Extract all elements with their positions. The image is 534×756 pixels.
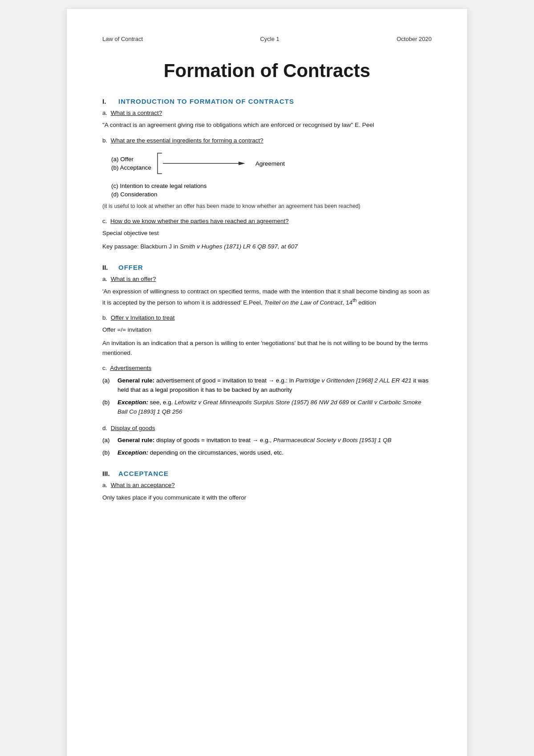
diagram-left-items: (a) Offer (b) Acceptance <box>111 155 151 172</box>
list-content-2db: Exception: depending on the circumstance… <box>117 448 432 458</box>
list-item-2d-b: (b) Exception: depending on the circumst… <box>102 448 432 458</box>
body-text-1c-1: Special objective test <box>102 228 432 238</box>
exception-label-2cb: Exception: <box>117 399 148 406</box>
diagram-item-intention: (c) Intention to create legal relations <box>111 182 432 190</box>
section-title-3: ACCEPTANCE <box>118 470 169 477</box>
section-num-3: III. <box>102 470 111 477</box>
list-content-2cb: Exception: see, e.g. Lefowitz v Great Mi… <box>117 398 432 417</box>
header-center: Cycle 1 <box>260 36 279 42</box>
list-marker-2db: (b) <box>102 448 115 458</box>
sub-item-3a: a. What is an acceptance? <box>102 481 432 490</box>
section-title-1: INTRODUCTION TO FORMATION OF CONTRACTS <box>118 98 294 105</box>
section-heading-1: I. INTRODUCTION TO FORMATION OF CONTRACT… <box>102 98 432 105</box>
sub-item-1a: a. What is a contract? <box>102 109 432 118</box>
general-rule-label-2ca: General rule: <box>117 377 154 384</box>
list-marker-2ca: (a) <box>102 376 115 395</box>
list-content-2ca: General rule: advertisement of good = in… <box>117 376 432 395</box>
page: Law of Contract Cycle 1 October 2020 For… <box>67 9 467 756</box>
diagram-container: (a) Offer (b) Acceptance Agreement <box>111 152 432 175</box>
general-rule-label-2da: General rule: <box>117 437 154 443</box>
header-right: October 2020 <box>396 36 432 42</box>
sub-label-1b: What are the essential ingredients for f… <box>111 137 263 144</box>
diagram-note: (it is useful to look at whether an offe… <box>102 202 432 211</box>
subsection-1c: c. How do we know whether the parties ha… <box>102 217 432 251</box>
svg-marker-1 <box>239 162 245 165</box>
subsection-2b: b. Offer v Invitation to treat Offer =/=… <box>102 313 432 358</box>
sub-item-2d: d. Display of goods <box>102 424 432 433</box>
sub-label-2d: Display of goods <box>111 425 155 431</box>
subsection-3a: a. What is an acceptance? Only takes pla… <box>102 481 432 502</box>
section-introduction: I. INTRODUCTION TO FORMATION OF CONTRACT… <box>102 98 432 251</box>
section-num-2: II. <box>102 264 111 271</box>
sub-item-1b: b. What are the essential ingredients fo… <box>102 136 432 145</box>
section-acceptance: III. ACCEPTANCE a. What is an acceptance… <box>102 470 432 502</box>
bracket-svg <box>156 152 163 175</box>
section-title-2: OFFER <box>118 264 143 271</box>
section-heading-2: II. OFFER <box>102 264 432 271</box>
diagram-item-consideration: (d) Consideration <box>111 190 432 199</box>
sub-item-2c: c. Advertisements <box>102 364 432 373</box>
bracket-arrow-group: Agreement <box>156 152 285 175</box>
diagram-item-acceptance: (b) Acceptance <box>111 163 151 172</box>
sub-item-1c: c. How do we know whether the parties ha… <box>102 217 432 226</box>
sub-item-2a: a. What is an offer? <box>102 275 432 284</box>
subsection-1a: a. What is a contract? "A contract is an… <box>102 109 432 130</box>
sub-label-1a: What is a contract? <box>111 110 162 116</box>
sub-label-1c: How do we know whether the parties have … <box>110 218 289 224</box>
sub-label-2c: Advertisements <box>110 365 151 371</box>
list-marker-2cb: (b) <box>102 398 115 417</box>
section-heading-3: III. ACCEPTANCE <box>102 470 432 477</box>
arrow-svg <box>163 159 252 168</box>
list-item-2c-a: (a) General rule: advertisement of good … <box>102 376 432 395</box>
case-smith-hughes: Smith v Hughes (1871) LR 6 QB 597, at 60… <box>180 243 298 250</box>
treitel-ref: Treitel on the Law of Contract <box>264 299 343 306</box>
header-bar: Law of Contract Cycle 1 October 2020 <box>102 36 432 42</box>
case-partridge: Partridge v Grittenden [1968] 2 ALL ER 4… <box>295 377 411 384</box>
subsection-2a: a. What is an offer? 'An expression of w… <box>102 275 432 307</box>
case-pharmaceutical: Pharmaceutical Society v Boots [1953] 1 … <box>273 437 392 443</box>
sub-label-2b: Offer v Invitation to treat <box>111 314 175 321</box>
agreement-label: Agreement <box>255 160 285 167</box>
diagram-item-offer: (a) Offer <box>111 155 151 163</box>
sub-label-3a: What is an acceptance? <box>111 482 175 488</box>
body-text-1a: "A contract is an agreement giving rise … <box>102 120 432 130</box>
subsection-1b: b. What are the essential ingredients fo… <box>102 136 432 211</box>
exception-label-2db: Exception: <box>117 449 148 456</box>
body-text-2b-1: Offer =/= invitation <box>102 325 432 335</box>
subsection-2d: d. Display of goods (a) General rule: di… <box>102 424 432 457</box>
body-text-1c-2: Key passage: Blackburn J in Smith v Hugh… <box>102 242 432 252</box>
list-marker-2da: (a) <box>102 435 115 445</box>
sub-label-2a: What is an offer? <box>111 276 156 282</box>
section-num-1: I. <box>102 98 111 105</box>
section-offer: II. OFFER a. What is an offer? 'An expre… <box>102 264 432 457</box>
diagram-extra-items: (c) Intention to create legal relations … <box>111 182 432 199</box>
header-left: Law of Contract <box>102 36 143 42</box>
body-text-3a: Only takes place if you communicate it w… <box>102 493 432 503</box>
case-lefowitz: Lefowitz v Great Minneapolis Surplus Sto… <box>174 399 349 406</box>
list-item-2c-b: (b) Exception: see, e.g. Lefowitz v Grea… <box>102 398 432 417</box>
page-title: Formation of Contracts <box>102 60 432 81</box>
body-text-2a: 'An expression of willingness to contrac… <box>102 287 432 308</box>
list-content-2da: General rule: display of goods = invitat… <box>117 435 432 445</box>
subsection-2c: c. Advertisements (a) General rule: adve… <box>102 364 432 417</box>
list-item-2d-a: (a) General rule: display of goods = inv… <box>102 435 432 445</box>
body-text-2b-2: An invitation is an indication that a pe… <box>102 338 432 358</box>
sub-item-2b: b. Offer v Invitation to treat <box>102 313 432 322</box>
